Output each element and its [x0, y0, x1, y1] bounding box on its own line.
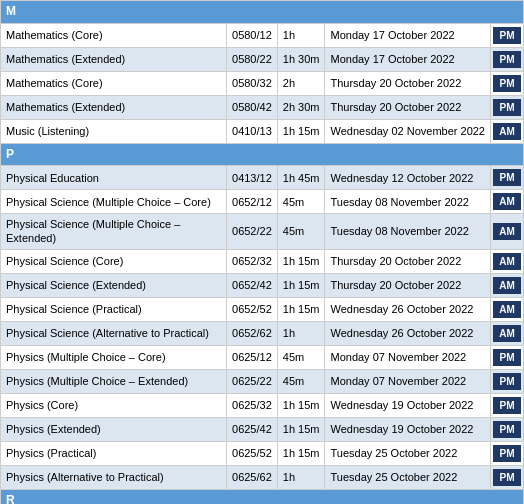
duration-cell: 45m	[277, 369, 325, 393]
ampm-badge: AM	[493, 193, 521, 210]
code-cell: 0625/12	[227, 345, 278, 369]
table-row: Mathematics (Core)0580/121hMonday 17 Oct…	[1, 23, 524, 47]
duration-cell: 45m	[277, 190, 325, 214]
exam-timetable: MMathematics (Core)0580/121hMonday 17 Oc…	[0, 0, 524, 504]
table-row: Physical Science (Core)0652/321h 15mThur…	[1, 249, 524, 273]
ampm-badge: PM	[493, 421, 521, 438]
ampm-badge: AM	[493, 253, 521, 270]
date-cell: Thursday 20 October 2022	[325, 249, 491, 273]
date-cell: Tuesday 25 October 2022	[325, 465, 491, 489]
code-cell: 0625/62	[227, 465, 278, 489]
section-header-row: P	[1, 143, 524, 166]
duration-cell: 1h 15m	[277, 249, 325, 273]
ampm-cell: PM	[491, 345, 524, 369]
table-row: Mathematics (Core)0580/322hThursday 20 O…	[1, 71, 524, 95]
code-cell: 0652/52	[227, 297, 278, 321]
date-cell: Tuesday 08 November 2022	[325, 214, 491, 250]
table-row: Physics (Core)0625/321h 15mWednesday 19 …	[1, 393, 524, 417]
ampm-badge: PM	[493, 373, 521, 390]
date-cell: Wednesday 19 October 2022	[325, 393, 491, 417]
subject-cell: Physics (Core)	[1, 393, 227, 417]
table-row: Physical Science (Multiple Choice – Exte…	[1, 214, 524, 250]
duration-cell: 1h 15m	[277, 441, 325, 465]
table-row: Physical Science (Extended)0652/421h 15m…	[1, 273, 524, 297]
ampm-cell: AM	[491, 249, 524, 273]
duration-cell: 1h 45m	[277, 166, 325, 190]
ampm-badge: AM	[493, 277, 521, 294]
duration-cell: 1h 15m	[277, 417, 325, 441]
ampm-badge: AM	[493, 325, 521, 342]
date-cell: Tuesday 25 October 2022	[325, 441, 491, 465]
subject-cell: Mathematics (Core)	[1, 23, 227, 47]
ampm-badge: PM	[493, 469, 521, 486]
subject-cell: Mathematics (Extended)	[1, 47, 227, 71]
date-cell: Wednesday 19 October 2022	[325, 417, 491, 441]
duration-cell: 1h 15m	[277, 297, 325, 321]
ampm-badge: AM	[493, 223, 521, 240]
code-cell: 0652/62	[227, 321, 278, 345]
ampm-badge: PM	[493, 99, 521, 116]
duration-cell: 45m	[277, 214, 325, 250]
section-letter: R	[1, 489, 524, 504]
ampm-badge: PM	[493, 75, 521, 92]
ampm-cell: PM	[491, 166, 524, 190]
ampm-cell: PM	[491, 393, 524, 417]
subject-cell: Physical Science (Practical)	[1, 297, 227, 321]
date-cell: Monday 07 November 2022	[325, 369, 491, 393]
duration-cell: 1h 30m	[277, 47, 325, 71]
ampm-cell: PM	[491, 417, 524, 441]
ampm-cell: PM	[491, 95, 524, 119]
subject-cell: Music (Listening)	[1, 119, 227, 143]
ampm-cell: AM	[491, 321, 524, 345]
date-cell: Thursday 20 October 2022	[325, 71, 491, 95]
code-cell: 0652/42	[227, 273, 278, 297]
subject-cell: Physical Education	[1, 166, 227, 190]
ampm-badge: PM	[493, 27, 521, 44]
date-cell: Wednesday 12 October 2022	[325, 166, 491, 190]
section-letter: M	[1, 1, 524, 24]
section-letter: P	[1, 143, 524, 166]
ampm-cell: PM	[491, 71, 524, 95]
table-row: Music (Listening)0410/131h 15mWednesday …	[1, 119, 524, 143]
ampm-badge: PM	[493, 169, 521, 186]
date-cell: Tuesday 08 November 2022	[325, 190, 491, 214]
ampm-badge: PM	[493, 397, 521, 414]
subject-cell: Physical Science (Extended)	[1, 273, 227, 297]
section-header-row: R	[1, 489, 524, 504]
code-cell: 0625/52	[227, 441, 278, 465]
date-cell: Thursday 20 October 2022	[325, 273, 491, 297]
code-cell: 0580/12	[227, 23, 278, 47]
subject-cell: Mathematics (Core)	[1, 71, 227, 95]
date-cell: Thursday 20 October 2022	[325, 95, 491, 119]
subject-cell: Physical Science (Alternative to Practic…	[1, 321, 227, 345]
ampm-badge: PM	[493, 349, 521, 366]
code-cell: 0625/22	[227, 369, 278, 393]
ampm-cell: AM	[491, 214, 524, 250]
duration-cell: 1h 15m	[277, 393, 325, 417]
subject-cell: Physics (Alternative to Practical)	[1, 465, 227, 489]
ampm-cell: PM	[491, 465, 524, 489]
table-row: Physical Science (Multiple Choice – Core…	[1, 190, 524, 214]
code-cell: 0580/22	[227, 47, 278, 71]
table-row: Physics (Alternative to Practical)0625/6…	[1, 465, 524, 489]
table-row: Physics (Extended)0625/421h 15mWednesday…	[1, 417, 524, 441]
subject-cell: Physics (Multiple Choice – Core)	[1, 345, 227, 369]
code-cell: 0413/12	[227, 166, 278, 190]
table-row: Physical Science (Practical)0652/521h 15…	[1, 297, 524, 321]
code-cell: 0580/42	[227, 95, 278, 119]
code-cell: 0580/32	[227, 71, 278, 95]
table-row: Physical Education0413/121h 45mWednesday…	[1, 166, 524, 190]
duration-cell: 1h	[277, 465, 325, 489]
subject-cell: Mathematics (Extended)	[1, 95, 227, 119]
subject-cell: Physical Science (Multiple Choice – Core…	[1, 190, 227, 214]
ampm-cell: AM	[491, 190, 524, 214]
ampm-badge: PM	[493, 445, 521, 462]
ampm-cell: AM	[491, 297, 524, 321]
duration-cell: 2h 30m	[277, 95, 325, 119]
table-row: Physics (Multiple Choice – Core)0625/124…	[1, 345, 524, 369]
subject-cell: Physics (Practical)	[1, 441, 227, 465]
ampm-cell: AM	[491, 273, 524, 297]
date-cell: Monday 17 October 2022	[325, 47, 491, 71]
date-cell: Wednesday 26 October 2022	[325, 321, 491, 345]
date-cell: Wednesday 02 November 2022	[325, 119, 491, 143]
